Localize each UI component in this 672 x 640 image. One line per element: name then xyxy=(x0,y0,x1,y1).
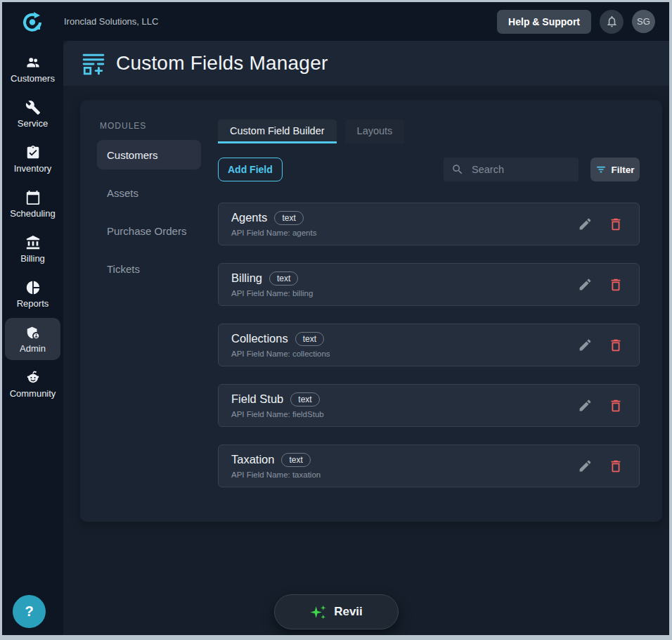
tab-layouts[interactable]: Layouts xyxy=(345,120,405,143)
topbar-actions: Help & Support SG xyxy=(497,10,655,34)
pencil-icon xyxy=(578,277,593,292)
trash-icon xyxy=(608,217,623,232)
company-name: Ironclad Solutions, LLC xyxy=(64,16,158,27)
revii-label: Revii xyxy=(334,605,363,619)
field-type-badge: text xyxy=(281,453,310,467)
sidebar-item-customers[interactable]: Customers xyxy=(5,48,60,90)
sparkles-icon xyxy=(310,603,328,621)
trash-icon xyxy=(608,277,623,293)
wrench-icon xyxy=(25,100,41,115)
bell-icon xyxy=(605,15,619,28)
field-api-name: API Field Name: collections xyxy=(231,350,330,358)
field-row: Field Stub text API Field Name: fieldStu… xyxy=(218,384,640,427)
trash-icon xyxy=(608,338,623,353)
sidebar-item-billing[interactable]: Billing xyxy=(5,228,60,270)
page-title: Custom Fields Manager xyxy=(116,52,328,75)
field-api-name: API Field Name: billing xyxy=(231,289,313,297)
people-icon xyxy=(25,55,41,70)
field-list: Agents text API Field Name: agents xyxy=(218,203,640,505)
module-item-customers[interactable]: Customers xyxy=(97,140,201,169)
field-name: Billing xyxy=(231,271,262,285)
edit-field-button[interactable] xyxy=(578,217,593,231)
sidebar-item-label: Scheduling xyxy=(10,208,55,219)
app-logo-icon[interactable] xyxy=(21,11,44,33)
search-icon xyxy=(451,163,464,176)
filter-button[interactable]: Filter xyxy=(590,158,640,181)
sidebar-item-scheduling[interactable]: Scheduling xyxy=(5,183,60,225)
field-name: Collections xyxy=(231,332,288,345)
field-row: Billing text API Field Name: billing xyxy=(218,263,640,306)
delete-field-button[interactable] xyxy=(608,459,623,474)
page-header: Custom Fields Manager xyxy=(63,41,669,86)
sidebar: Customers Service Inventory Scheduling B… xyxy=(2,41,63,635)
field-type-badge: text xyxy=(269,271,298,286)
custom-fields-icon xyxy=(82,51,105,75)
tab-custom-field-builder[interactable]: Custom Field Builder xyxy=(218,120,337,143)
edit-field-button[interactable] xyxy=(578,459,593,473)
field-name: Field Stub xyxy=(231,392,283,406)
sidebar-item-reports[interactable]: Reports xyxy=(5,273,60,315)
sidebar-item-label: Customers xyxy=(11,73,55,84)
tab-bar: Custom Field Builder Layouts xyxy=(218,120,404,143)
notifications-button[interactable] xyxy=(600,10,623,34)
edit-field-button[interactable] xyxy=(578,338,593,352)
field-type-badge: text xyxy=(274,211,303,225)
field-row: Taxation text API Field Name: taxation xyxy=(218,444,640,487)
field-api-name: API Field Name: taxation xyxy=(231,471,321,479)
sidebar-item-service[interactable]: Service xyxy=(5,93,60,135)
field-row: Agents text API Field Name: agents xyxy=(218,203,640,245)
delete-field-button[interactable] xyxy=(608,398,623,414)
clipboard-check-icon xyxy=(25,145,41,160)
field-name: Agents xyxy=(231,211,267,224)
module-item-purchase-orders[interactable]: Purchase Orders xyxy=(97,216,201,245)
trash-icon xyxy=(608,398,623,414)
sidebar-item-label: Admin xyxy=(20,343,46,354)
delete-field-button[interactable] xyxy=(608,338,623,353)
search-box xyxy=(444,158,579,181)
edit-field-button[interactable] xyxy=(578,277,593,292)
mascot-icon xyxy=(25,370,41,385)
field-name: Taxation xyxy=(231,453,274,466)
pencil-icon xyxy=(578,338,593,352)
revii-button[interactable]: Revii xyxy=(274,594,399,629)
app-window: Ironclad Solutions, LLC Help & Support S… xyxy=(2,2,669,635)
builder-toolbar: Add Field Filter xyxy=(218,158,640,181)
delete-field-button[interactable] xyxy=(608,277,623,293)
filter-icon xyxy=(595,164,607,175)
modules-section-label: MODULES xyxy=(100,121,146,131)
field-row: Collections text API Field Name: collect… xyxy=(218,324,640,366)
delete-field-button[interactable] xyxy=(608,217,623,232)
admin-shield-icon xyxy=(25,325,41,340)
pencil-icon xyxy=(578,217,593,231)
field-api-name: API Field Name: agents xyxy=(231,229,316,237)
bank-icon xyxy=(25,235,41,250)
sidebar-item-label: Billing xyxy=(20,253,45,264)
modules-list: Customers Assets Purchase Orders Tickets xyxy=(97,140,201,292)
sidebar-item-inventory[interactable]: Inventory xyxy=(5,138,60,180)
add-field-button[interactable]: Add Field xyxy=(218,158,283,181)
pie-chart-icon xyxy=(25,280,41,295)
calendar-icon xyxy=(25,190,41,205)
field-api-name: API Field Name: fieldStub xyxy=(231,410,324,418)
search-input[interactable] xyxy=(470,163,579,176)
field-type-badge: text xyxy=(295,332,324,346)
sidebar-item-label: Reports xyxy=(17,298,49,309)
sidebar-item-admin[interactable]: Admin xyxy=(5,318,60,360)
custom-fields-card: MODULES Customers Assets Purchase Orders… xyxy=(80,100,662,522)
sidebar-item-label: Inventory xyxy=(14,163,51,174)
sidebar-item-label: Community xyxy=(10,388,56,399)
edit-field-button[interactable] xyxy=(578,398,593,413)
sidebar-item-label: Service xyxy=(18,118,48,129)
help-fab-button[interactable]: ? xyxy=(13,595,46,628)
module-item-tickets[interactable]: Tickets xyxy=(97,254,201,283)
field-type-badge: text xyxy=(290,392,319,407)
pencil-icon xyxy=(578,459,593,473)
trash-icon xyxy=(608,459,623,474)
help-support-button[interactable]: Help & Support xyxy=(497,10,591,34)
topbar: Ironclad Solutions, LLC Help & Support S… xyxy=(2,2,669,41)
module-item-assets[interactable]: Assets xyxy=(97,178,201,207)
pencil-icon xyxy=(578,398,593,413)
sidebar-item-community[interactable]: Community xyxy=(5,363,60,405)
avatar[interactable]: SG xyxy=(632,10,655,33)
filter-label: Filter xyxy=(611,165,634,175)
